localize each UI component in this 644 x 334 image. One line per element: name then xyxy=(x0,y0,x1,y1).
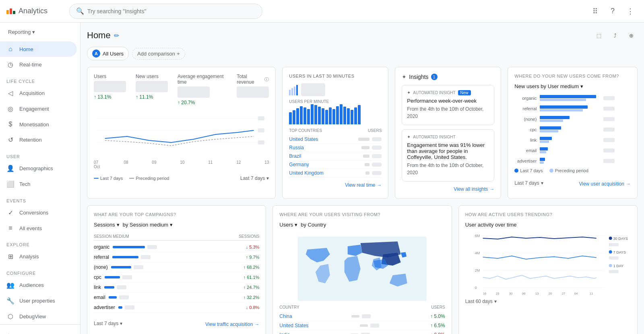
add-comparison-button[interactable]: Add comparison + xyxy=(132,48,185,60)
chevron-down-icon: ▾ xyxy=(295,222,297,228)
activity-time-filter[interactable]: Last 60 days ▾ xyxy=(465,299,631,304)
analysis-icon: ⊞ xyxy=(6,253,14,260)
sidebar-item-engagement[interactable]: ◎ Engagement xyxy=(0,101,77,117)
view-user-acquisition-link[interactable]: View user acquisition → xyxy=(579,181,631,187)
svg-text:23: 23 xyxy=(495,292,499,295)
svg-text:27: 27 xyxy=(561,292,565,295)
svg-rect-29 xyxy=(609,243,618,246)
realtime-row-de: Germany xyxy=(289,161,382,169)
arrow-right-icon: → xyxy=(489,186,494,192)
svg-text:16: 16 xyxy=(483,292,486,295)
chart-title-dropdown[interactable]: New users by User medium ▾ xyxy=(514,83,631,89)
engagement-icon: ◎ xyxy=(6,105,14,113)
view-traffic-acquisition-link[interactable]: View traffic acquisition → xyxy=(205,322,259,327)
overview-chart xyxy=(94,110,269,155)
svg-rect-32 xyxy=(609,256,618,260)
all-users-filter[interactable]: A All Users xyxy=(87,47,129,60)
world-map xyxy=(279,233,445,305)
compare-icon[interactable]: ⊕ xyxy=(625,29,638,42)
users-dropdown[interactable]: Users ▾ xyxy=(279,222,297,228)
svg-rect-4 xyxy=(258,128,264,132)
sessions-dropdown[interactable]: Sessions ▾ xyxy=(94,222,120,228)
table-row: referral ↑ 9.7% xyxy=(94,252,259,262)
sidebar-item-home[interactable]: ⌂ Home xyxy=(0,41,77,57)
table-row: cpc ↑ 61.1% xyxy=(94,272,259,282)
h-bar-row: link xyxy=(514,136,631,144)
activity-chart-svg: 6M 4M 2M 0 xyxy=(465,231,631,295)
sidebar-item-audiences[interactable]: 👥 Audiences xyxy=(0,277,77,293)
table-row: United States ↑ 6.5% xyxy=(279,321,445,330)
avg-engagement-metric: Average engagement time ↑ 20.7% xyxy=(178,74,227,105)
chart-x-labels: 07Oct080910111213 xyxy=(94,160,269,169)
campaigns-table: SESSION MEDIUM SESSIONS organic ↓ 5.3% r… xyxy=(94,233,259,313)
audiences-icon: 👥 xyxy=(6,281,14,289)
sidebar-item-tech[interactable]: ⬜ Tech xyxy=(0,176,77,192)
svg-point-33 xyxy=(609,264,612,267)
arrow-right-icon: → xyxy=(254,322,259,327)
realtime-row-ru: Russia xyxy=(289,144,382,152)
chevron-down-icon: ▾ xyxy=(170,222,173,228)
svg-text:11: 11 xyxy=(589,292,593,295)
svg-point-27 xyxy=(609,237,612,240)
sidebar-item-all-events[interactable]: ≡ All events xyxy=(0,221,77,236)
sidebar-item-monetisation[interactable]: $ Monetisation xyxy=(0,117,77,132)
svg-text:7 DAYS: 7 DAYS xyxy=(613,250,625,254)
table-row: China ↑ 5.0% xyxy=(279,312,445,321)
apps-icon[interactable]: ⠿ xyxy=(588,4,602,19)
sidebar-item-retention[interactable]: ↺ Retention xyxy=(0,132,77,148)
chevron-down-icon: ▾ xyxy=(120,321,122,326)
h-bar-row: advertiser xyxy=(514,157,631,165)
sidebar-item-demographics[interactable]: 👤 Demographics xyxy=(0,161,77,176)
horizontal-bar-chart: organic referral (none) cpc link xyxy=(514,94,631,165)
sidebar-item-admin[interactable]: ⚙ Admin xyxy=(6,330,74,334)
chart-time-filter[interactable]: Last 7 days ▾ xyxy=(514,180,543,186)
h-bar-row: referral xyxy=(514,105,631,113)
edit-icon[interactable]: ✏ xyxy=(114,32,119,39)
sidebar-item-analysis[interactable]: ⊞ Analysis xyxy=(0,249,77,264)
svg-text:06: 06 xyxy=(522,292,525,295)
help-icon[interactable]: ? xyxy=(605,4,620,19)
table-row: (none) ↑ 68.2% xyxy=(94,262,259,272)
insight-block-2: ✦ AUTOMATED INSIGHT Engagement time was … xyxy=(402,129,494,181)
chevron-down-icon: ▾ xyxy=(494,299,497,304)
page-title: Home xyxy=(87,30,111,41)
insights-badge: 1 xyxy=(431,74,438,80)
reporting-dropdown[interactable]: Reporting ▾ xyxy=(6,26,74,38)
sidebar-item-acquisition[interactable]: ◁ Acquisition xyxy=(0,85,77,101)
table-row: organic ↓ 5.3% xyxy=(94,242,259,252)
realtime-row-br: Brazil xyxy=(289,152,382,161)
top-nav: Analytics 🔍 ⠿ ? ⋮ xyxy=(0,0,644,23)
country-table: COUNTRY USERS China ↑ 5.0% United States… xyxy=(279,305,445,334)
realtime-icon: ◷ xyxy=(6,61,14,68)
svg-text:13: 13 xyxy=(535,292,539,295)
map-card: WHERE ARE YOUR USERS VISITING FROM? User… xyxy=(272,205,452,334)
lifecycle-section-label: LIFE CYCLE xyxy=(0,72,80,85)
search-bar[interactable]: 🔍 xyxy=(69,4,262,19)
more-icon[interactable]: ⋮ xyxy=(623,4,638,19)
mini-bars-chart xyxy=(289,106,382,124)
sidebar-item-conversions[interactable]: ✓ Conversions xyxy=(0,205,77,221)
h-bar-row: organic xyxy=(514,94,631,102)
conversions-icon: ✓ xyxy=(6,209,14,216)
view-insights-link[interactable]: View all insights → xyxy=(402,186,494,192)
sidebar-item-debugview[interactable]: ⬡ DebugView xyxy=(0,309,77,324)
svg-text:4M: 4M xyxy=(475,251,480,255)
table-row: link ↑ 24.7% xyxy=(94,282,259,293)
time-filter-button[interactable]: Last 7 days ▾ xyxy=(240,175,269,181)
main-content: Home ✏ ⬚ ⤴ ⊕ A All Users Add comparison … xyxy=(80,23,644,334)
new-users-metric: New users ↑ 11.1% xyxy=(136,74,168,105)
sidebar-item-realtime[interactable]: ◷ Real-time xyxy=(0,57,77,72)
customize-icon[interactable]: ⬚ xyxy=(592,29,605,42)
search-input[interactable] xyxy=(87,8,256,14)
logo-area: Analytics xyxy=(6,7,63,15)
view-realtime-link[interactable]: View real time → xyxy=(289,182,382,188)
table-row: India ↓ 0.8% xyxy=(279,330,445,334)
app-title: Analytics xyxy=(19,7,47,15)
chevron-down-icon: ▾ xyxy=(32,29,35,35)
campaigns-time-filter[interactable]: Last 7 days ▾ xyxy=(94,321,122,326)
session-medium-dropdown[interactable]: by Session medium ▾ xyxy=(123,222,173,228)
nav-icons: ⠿ ? ⋮ xyxy=(588,4,638,19)
share-icon[interactable]: ⤴ xyxy=(609,29,621,42)
sidebar-item-user-properties[interactable]: 🔧 User properties xyxy=(0,293,77,309)
overview-stats-card: Users ↑ 13.1% New users ↑ 11.1% Average … xyxy=(87,67,276,199)
